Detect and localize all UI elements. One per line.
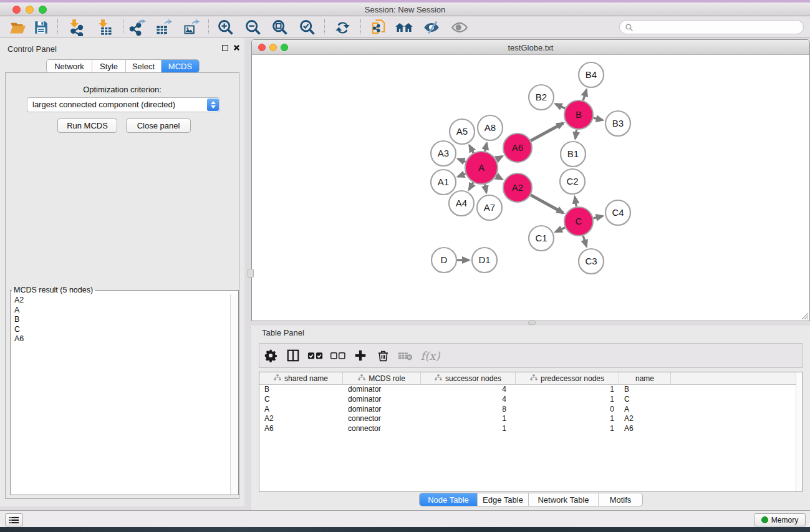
edge-B-B3[interactable] bbox=[593, 118, 602, 120]
table-options-icon[interactable] bbox=[259, 349, 282, 362]
edge-A-A4[interactable] bbox=[469, 183, 473, 190]
node-A2[interactable]: A2 bbox=[503, 173, 532, 202]
node-A4[interactable]: A4 bbox=[449, 191, 474, 216]
tab-network[interactable]: Network bbox=[47, 60, 92, 72]
add-column-icon[interactable] bbox=[349, 349, 372, 362]
node-A5[interactable]: A5 bbox=[450, 119, 475, 144]
edge-A-A7[interactable] bbox=[485, 184, 486, 192]
tab-mcds[interactable]: MCDS bbox=[161, 60, 199, 72]
export-image-icon[interactable] bbox=[181, 18, 200, 37]
column-header-predecessor-nodes[interactable]: predecessor nodes bbox=[516, 372, 619, 384]
edge-A-A2[interactable] bbox=[496, 176, 503, 179]
tab-motifs[interactable]: Motifs bbox=[598, 493, 642, 506]
mcds-result-item[interactable]: B bbox=[14, 315, 229, 325]
mcds-result-item[interactable]: A6 bbox=[14, 334, 229, 344]
zoom-in-icon[interactable] bbox=[216, 18, 235, 37]
edge-A2-C[interactable] bbox=[531, 195, 563, 213]
edge-A6-B[interactable] bbox=[531, 123, 563, 140]
node-C3[interactable]: C3 bbox=[579, 249, 604, 274]
mcds-result-item[interactable]: C bbox=[14, 325, 229, 335]
horizontal-splitter-handle[interactable] bbox=[528, 320, 536, 325]
export-table-icon[interactable] bbox=[154, 18, 173, 37]
deselect-all-icon[interactable] bbox=[327, 350, 349, 361]
close-panel-button[interactable]: Close panel bbox=[126, 118, 191, 133]
node-B2[interactable]: B2 bbox=[529, 85, 554, 110]
delete-table-icon[interactable] bbox=[394, 350, 417, 361]
table-row[interactable]: A6connector11A6 bbox=[259, 424, 802, 434]
resize-grip-icon[interactable] bbox=[800, 311, 809, 320]
vertical-splitter-handle[interactable] bbox=[248, 269, 254, 278]
show-panels-button[interactable] bbox=[5, 513, 23, 526]
node-A7[interactable]: A7 bbox=[477, 195, 502, 220]
refresh-layout-icon[interactable] bbox=[333, 18, 352, 37]
edge-A-A8[interactable] bbox=[485, 143, 487, 151]
function-builder-icon[interactable]: f(x) bbox=[417, 349, 444, 362]
search-field[interactable] bbox=[619, 20, 804, 34]
mcds-result-item[interactable]: A bbox=[14, 306, 229, 316]
run-mcds-button[interactable]: Run MCDS bbox=[57, 118, 117, 133]
node-D1[interactable]: D1 bbox=[472, 248, 497, 273]
column-header-mcds-role[interactable]: MCDS role bbox=[343, 372, 421, 384]
save-session-icon[interactable] bbox=[32, 18, 51, 37]
node-D[interactable]: D bbox=[432, 248, 456, 273]
edge-B-B1[interactable] bbox=[576, 130, 577, 138]
tab-node-table[interactable]: Node Table bbox=[420, 493, 477, 506]
edge-C-C2[interactable] bbox=[575, 197, 576, 207]
node-B[interactable]: B bbox=[564, 100, 593, 129]
node-C4[interactable]: C4 bbox=[605, 200, 630, 225]
hide-graphics-details-icon[interactable] bbox=[422, 18, 441, 37]
node-A3[interactable]: A3 bbox=[431, 141, 456, 166]
memory-button[interactable]: Memory bbox=[754, 513, 806, 526]
node-A1[interactable]: A1 bbox=[431, 170, 456, 195]
network-canvas[interactable]: AA1A2A3A4A5A6A7A8BB1B2B3B4CC1C2C3C4DD1 bbox=[252, 55, 809, 321]
delete-column-icon[interactable] bbox=[372, 349, 394, 362]
close-panel-icon[interactable] bbox=[233, 44, 240, 51]
import-network-icon[interactable] bbox=[67, 18, 85, 37]
edge-A-A6[interactable] bbox=[496, 157, 503, 160]
column-header-name[interactable]: name bbox=[619, 372, 671, 384]
edge-A-A5[interactable] bbox=[470, 145, 473, 153]
edge-C-C4[interactable] bbox=[593, 216, 602, 218]
node-A8[interactable]: A8 bbox=[478, 115, 503, 140]
node-B1[interactable]: B1 bbox=[561, 142, 586, 167]
show-columns-icon[interactable] bbox=[282, 349, 304, 362]
node-C2[interactable]: C2 bbox=[560, 169, 585, 194]
tab-edge-table[interactable]: Edge Table bbox=[477, 493, 528, 506]
result-list-scrollbar[interactable] bbox=[230, 294, 238, 495]
zoom-fit-icon[interactable] bbox=[271, 18, 289, 37]
node-A[interactable]: A bbox=[465, 152, 498, 184]
column-header-shared-name[interactable]: shared name bbox=[259, 372, 343, 384]
edge-C-C3[interactable] bbox=[583, 236, 586, 246]
edge-A-A3[interactable] bbox=[458, 159, 465, 162]
edge-B-B4[interactable] bbox=[583, 90, 586, 100]
tab-select[interactable]: Select bbox=[125, 60, 161, 72]
table-row[interactable]: Cdominator41C bbox=[259, 395, 802, 405]
edge-C-C1[interactable] bbox=[556, 228, 565, 232]
table-row[interactable]: Bdominator41B bbox=[259, 385, 802, 395]
node-C1[interactable]: C1 bbox=[529, 226, 554, 251]
mcds-result-item[interactable]: A2 bbox=[14, 296, 229, 306]
search-input[interactable] bbox=[634, 23, 789, 32]
table-scrollbar[interactable] bbox=[796, 372, 802, 491]
open-session-icon[interactable] bbox=[8, 18, 27, 37]
show-graphics-details-icon[interactable] bbox=[450, 18, 469, 37]
import-table-icon[interactable] bbox=[95, 18, 114, 37]
column-header-successor-nodes[interactable]: successor nodes bbox=[421, 372, 516, 384]
tab-style[interactable]: Style bbox=[92, 60, 125, 72]
table-row[interactable]: A2connector11A2 bbox=[259, 414, 802, 424]
table-row[interactable]: Adominator80A bbox=[259, 405, 802, 415]
select-all-icon[interactable] bbox=[304, 350, 327, 361]
edge-A-A1[interactable] bbox=[458, 174, 465, 177]
zoom-selected-icon[interactable] bbox=[298, 18, 317, 37]
node-B4[interactable]: B4 bbox=[579, 62, 604, 87]
home-icon[interactable] bbox=[395, 18, 413, 37]
tab-network-table[interactable]: Network Table bbox=[528, 493, 598, 506]
optimization-criterion-dropdown[interactable]: largest connected component (directed) bbox=[27, 97, 220, 112]
clone-network-icon[interactable] bbox=[369, 18, 388, 37]
edge-B-B2[interactable] bbox=[556, 104, 566, 109]
node-B3[interactable]: B3 bbox=[605, 111, 630, 136]
node-A6[interactable]: A6 bbox=[503, 133, 532, 162]
float-panel-icon[interactable] bbox=[222, 45, 228, 51]
zoom-out-icon[interactable] bbox=[244, 18, 263, 37]
mcds-result-list[interactable]: A2ABCA6 bbox=[11, 294, 229, 495]
